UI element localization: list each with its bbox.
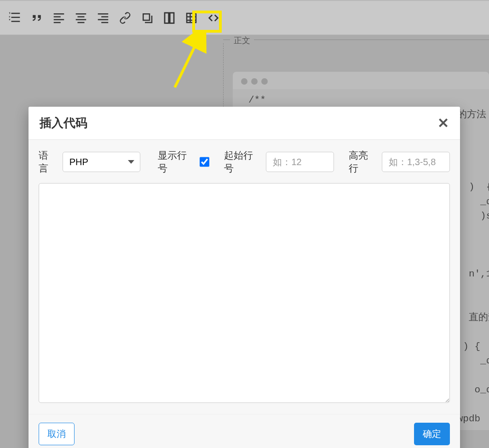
align-left-button[interactable]: [48, 7, 70, 29]
modal-body: 语言 PHP 显示行号 起始行号 高亮行: [29, 140, 460, 414]
section-divider: [223, 40, 489, 40]
columns-button[interactable]: [158, 7, 180, 29]
show-line-no-label: 显示行号: [158, 149, 194, 175]
code-button[interactable]: [202, 7, 224, 29]
align-right-button[interactable]: [92, 7, 114, 29]
controls-row: 语言 PHP 显示行号 起始行号 高亮行: [39, 149, 450, 175]
ok-button[interactable]: 确定: [414, 423, 450, 445]
start-line-input[interactable]: [266, 152, 334, 172]
link-icon: [118, 11, 132, 25]
quote-icon: [30, 11, 44, 25]
grid-button[interactable]: [180, 7, 202, 29]
highlight-lines-input[interactable]: [382, 152, 450, 172]
window-dots: [233, 76, 489, 89]
align-center-button[interactable]: [70, 7, 92, 29]
show-line-no-checkbox[interactable]: [200, 157, 209, 167]
align-center-icon: [74, 11, 88, 25]
section-label: 正文: [230, 35, 254, 46]
quote-button[interactable]: [26, 7, 48, 29]
modal-header: 插入代码 ✕: [29, 107, 460, 140]
insert-code-modal: 插入代码 ✕ 语言 PHP 显示行号 起始行号 高亮行 取消 确定: [29, 107, 460, 448]
grid-icon: [184, 11, 198, 25]
media-button[interactable]: [136, 7, 158, 29]
highlight-lines-label: 高亮行: [349, 149, 376, 175]
align-left-icon: [52, 11, 66, 25]
code-icon: [207, 11, 220, 25]
ordered-list-icon: [8, 11, 22, 25]
align-right-icon: [96, 11, 110, 25]
cancel-button[interactable]: 取消: [39, 423, 75, 445]
editor-toolbar: [0, 0, 489, 35]
language-select[interactable]: PHP: [63, 152, 140, 172]
link-button[interactable]: [114, 7, 136, 29]
code-textarea[interactable]: [39, 183, 450, 403]
modal-title: 插入代码: [40, 115, 87, 131]
language-label: 语言: [39, 149, 57, 175]
start-line-label: 起始行号: [224, 149, 260, 175]
ordered-list-button[interactable]: [4, 7, 26, 29]
modal-footer: 取消 确定: [29, 414, 460, 448]
close-icon[interactable]: ✕: [437, 116, 449, 130]
media-icon: [140, 11, 154, 25]
columns-icon: [162, 11, 176, 25]
